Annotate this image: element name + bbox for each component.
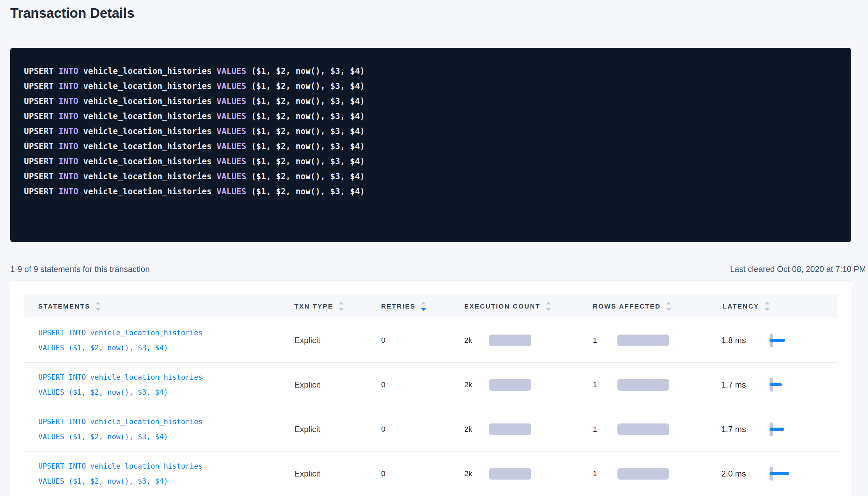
sql-text: UPSERT [24,157,58,166]
retries-cell: 0 [381,336,464,345]
execution-count-cell: 2k [464,379,593,391]
latency-bar-chart [770,377,797,392]
retries-cell: 0 [381,469,464,478]
sql-text: ($1, $2, now(), $3, $4) [251,127,365,136]
sort-up-arrow-icon [421,302,426,304]
statement-line-2: VALUES ($1, $2, now(), $3, $4) [38,474,202,489]
statement-row: UPSERT INTO vehicle_location_historiesVA… [24,407,838,452]
rows-affected-bar [617,468,669,480]
sql-statements-box: UPSERT INTO vehicle_location_histories V… [10,48,851,242]
sql-keyword: VALUES [217,127,251,136]
latency-value: 1.8 ms [721,336,770,345]
rows-affected-value: 1 [593,380,617,389]
execution-count-value: 2k [464,336,489,345]
latency-bar-chart [770,422,797,437]
sql-keyword: VALUES [217,81,251,91]
sql-text: ($1, $2, now(), $3, $4) [251,142,365,151]
column-header-retries[interactable]: RETRIES [381,302,464,311]
execution-count-bar [489,423,531,435]
txn-type-cell: Explicit [294,469,381,479]
execution-count-bar [489,335,531,346]
statements-count-summary: 1-9 of 9 statements for this transaction [10,264,150,274]
sort-down-arrow-icon [666,308,671,311]
column-header-txn-type[interactable]: TXN TYPE [294,302,381,311]
sql-text: vehicle_location_histories [83,142,216,151]
sql-text: ($1, $2, now(), $3, $4) [251,81,365,91]
sql-text: vehicle_location_histories [83,157,216,166]
column-label: ROWS AFFECTED [593,303,661,310]
column-header-latency[interactable]: LATENCY [721,302,838,311]
latency-bar [770,383,782,386]
statement-cell: UPSERT INTO vehicle_location_historiesVA… [24,325,294,355]
latency-value: 1.7 ms [721,425,770,434]
latency-bar-chart [770,466,797,481]
statement-link[interactable]: UPSERT INTO vehicle_location_historiesVA… [24,414,202,444]
sql-text: vehicle_location_histories [83,187,216,196]
column-header-execution-count[interactable]: EXECUTION COUNT [464,302,593,311]
statement-cell: UPSERT INTO vehicle_location_historiesVA… [24,414,294,444]
latency-cell: 1.7 ms [721,377,838,392]
table-body: UPSERT INTO vehicle_location_historiesVA… [24,318,838,496]
txn-type-cell: Explicit [294,425,381,434]
sql-code-line: UPSERT INTO vehicle_location_histories V… [24,64,838,79]
sql-text: UPSERT [24,187,58,196]
statement-link[interactable]: UPSERT INTO vehicle_location_historiesVA… [24,370,202,400]
sql-text: vehicle_location_histories [83,172,216,181]
rows-affected-cell: 1 [593,335,721,346]
sort-icon[interactable] [666,302,671,311]
sql-keyword: VALUES [217,172,251,181]
statement-cell: UPSERT INTO vehicle_location_historiesVA… [24,370,294,400]
sql-text: UPSERT [24,112,58,121]
sql-keyword: INTO [58,157,83,166]
latency-cell: 2.0 ms [721,466,838,481]
sql-text: ($1, $2, now(), $3, $4) [251,157,365,166]
sort-up-arrow-icon [96,302,101,304]
sql-text: ($1, $2, now(), $3, $4) [251,66,365,76]
statement-row: UPSERT INTO vehicle_location_historiesVA… [24,452,838,496]
column-header-statement[interactable]: STATEMENTS [24,302,294,311]
statement-line-2: VALUES ($1, $2, now(), $3, $4) [38,429,202,444]
statement-line-1: UPSERT INTO vehicle_location_histories [38,325,202,340]
execution-count-cell: 2k [464,468,593,480]
sql-keyword: VALUES [217,112,251,121]
statement-line-1: UPSERT INTO vehicle_location_histories [38,414,202,429]
statements-table-card: STATEMENTSTXN TYPERETRIESEXECUTION COUNT… [10,281,852,496]
statement-link[interactable]: UPSERT INTO vehicle_location_historiesVA… [24,325,202,355]
sort-icon[interactable] [96,302,101,311]
statement-line-1: UPSERT INTO vehicle_location_histories [38,370,202,385]
sql-text: vehicle_location_histories [83,81,216,91]
sort-icon[interactable] [546,302,551,311]
sql-keyword: VALUES [217,187,251,196]
latency-bar [770,472,789,475]
sql-keyword: INTO [58,187,83,196]
sql-text: vehicle_location_histories [83,96,216,106]
sql-keyword: VALUES [217,142,251,151]
sort-down-arrow-icon [546,308,551,311]
sql-text: UPSERT [24,96,58,106]
column-label: STATEMENTS [38,303,90,310]
sql-text: UPSERT [24,81,58,91]
execution-count-value: 2k [464,469,489,478]
sql-keyword: INTO [58,127,83,136]
latency-value: 2.0 ms [721,469,770,479]
execution-count-cell: 2k [464,335,593,346]
statement-row: UPSERT INTO vehicle_location_historiesVA… [24,318,838,363]
sort-icon[interactable] [421,302,426,311]
sql-keyword: VALUES [217,66,251,76]
sort-icon[interactable] [339,302,344,311]
sort-icon[interactable] [765,302,770,311]
column-label: LATENCY [723,303,759,310]
execution-count-bar [489,468,531,480]
statement-link[interactable]: UPSERT INTO vehicle_location_historiesVA… [24,459,202,489]
transaction-details-page: Transaction Details UPSERT INTO vehicle_… [0,0,868,496]
sql-keyword: VALUES [217,96,251,106]
sql-code-line: UPSERT INTO vehicle_location_histories V… [24,124,838,139]
sort-down-arrow-icon [765,308,770,311]
sql-code-line: UPSERT INTO vehicle_location_histories V… [24,184,838,199]
column-header-rows-affected[interactable]: ROWS AFFECTED [593,302,721,311]
retries-cell: 0 [381,425,464,434]
statement-line-1: UPSERT INTO vehicle_location_histories [38,459,202,474]
sql-code-line: UPSERT INTO vehicle_location_histories V… [24,79,838,94]
sort-down-arrow-icon [421,308,426,311]
rows-affected-bar [617,379,669,391]
